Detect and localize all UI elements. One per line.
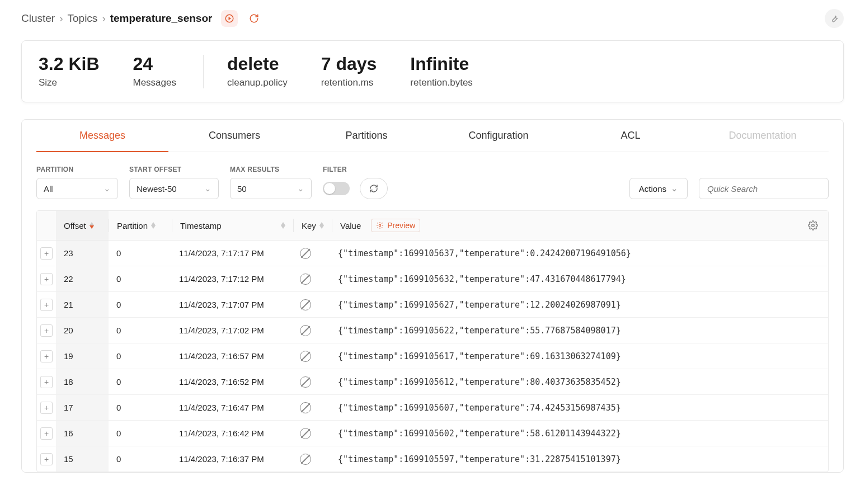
expand-row-button[interactable]: + [40,299,53,311]
page-settings-button[interactable] [825,9,844,28]
refresh-messages-button[interactable] [360,178,388,199]
cell-offset: 23 [56,241,109,266]
tab-messages[interactable]: Messages [36,120,168,152]
filter-toggle[interactable] [323,182,350,195]
expand-row-button[interactable]: + [40,453,53,465]
table-row: + 21 0 11/4/2023, 7:17:07 PM {"timestamp… [37,291,828,317]
cell-offset: 16 [56,421,109,446]
expand-row-button[interactable]: + [40,273,53,285]
stat-retention-ms: 7 days retention.ms [321,54,411,88]
null-icon [300,402,311,413]
expand-row-button[interactable]: + [40,402,53,414]
max-results-select[interactable]: 50 ⌄ [230,178,312,199]
header-label: Partition [117,221,148,230]
stat-retention-bytes: Infinite retention.bytes [410,54,506,88]
expand-row-button[interactable]: + [40,376,53,388]
chevron-right-icon: › [59,12,63,25]
expand-row-button[interactable]: + [40,247,53,260]
cell-value: {"timestamp":1699105597,"temperature":31… [330,446,798,472]
cell-offset: 15 [56,446,109,472]
quick-search-input[interactable] [707,184,820,194]
filter-toggle-label: FILTER [323,166,388,173]
table-row: + 23 0 11/4/2023, 7:17:17 PM {"timestamp… [37,240,828,266]
cell-value: {"timestamp":1699105637,"temperature":0.… [330,241,798,266]
stat-value: 7 days [321,54,377,74]
chevron-down-icon: ⌄ [297,183,304,194]
offset-column-header[interactable]: Offset [56,211,109,240]
table-row: + 17 0 11/4/2023, 7:16:47 PM {"timestamp… [37,394,828,420]
cell-value: {"timestamp":1699105622,"temperature":55… [330,318,798,343]
cell-timestamp: 11/4/2023, 7:16:42 PM [171,421,292,446]
tab-partitions[interactable]: Partitions [300,120,432,152]
breadcrumb-current: temperature_sensor [110,12,213,25]
table-settings-header[interactable] [798,211,828,240]
partition-column-header[interactable]: Partition [109,211,172,240]
cell-key [292,318,330,343]
timestamp-column-header[interactable]: Timestamp [172,211,293,240]
actions-label: Actions [639,184,666,194]
cell-offset: 19 [56,343,109,369]
stats-divider [203,55,204,88]
start-offset-select[interactable]: Newest-50 ⌄ [129,178,219,199]
stat-messages: 24 Messages [133,54,209,88]
cell-value: {"timestamp":1699105627,"temperature":12… [330,292,798,317]
key-column-header[interactable]: Key [294,211,332,240]
stat-cleanup-policy: delete cleanup.policy [227,54,321,88]
partition-select[interactable]: All ⌄ [36,178,118,199]
null-icon [300,454,311,465]
cell-actions [798,292,828,317]
wrench-icon [829,13,839,23]
stat-size: 3.2 KiB Size [39,54,133,88]
stat-value: 3.2 KiB [39,54,99,74]
cell-actions [798,318,828,343]
null-icon [300,248,311,259]
cell-key [292,369,330,394]
refresh-icon [249,13,259,23]
partition-filter-label: PARTITION [36,166,118,173]
expand-column-header [37,211,56,240]
messages-table: Offset Partition Timestamp [36,210,829,472]
stat-label: retention.bytes [410,77,473,88]
play-circle-icon [224,13,234,23]
cell-partition: 0 [109,343,171,369]
table-row: + 20 0 11/4/2023, 7:17:02 PM {"timestamp… [37,317,828,343]
cell-key [292,241,330,266]
tab-consumers[interactable]: Consumers [168,120,300,152]
table-row: + 16 0 11/4/2023, 7:16:42 PM {"timestamp… [37,420,828,446]
preview-button[interactable]: Preview [371,219,420,232]
refresh-button[interactable] [246,10,262,27]
cell-key [292,395,330,420]
cell-actions [798,395,828,420]
stat-value: 24 [133,54,176,74]
chevron-down-icon: ⌄ [104,183,111,194]
quick-search[interactable] [699,178,829,199]
tab-documentation: Documentation [697,120,829,152]
expand-row-button[interactable]: + [40,427,53,440]
cell-value: {"timestamp":1699105607,"temperature":74… [330,395,798,420]
cell-value: {"timestamp":1699105632,"temperature":47… [330,266,798,291]
cell-offset: 20 [56,318,109,343]
header-label: Value [340,221,361,230]
breadcrumb-root[interactable]: Cluster [21,12,55,25]
expand-row-button[interactable]: + [40,324,53,337]
tab-configuration[interactable]: Configuration [432,120,565,152]
null-icon [300,428,311,439]
cell-actions [798,241,828,266]
cell-actions [798,369,828,394]
produce-record-button[interactable] [221,10,238,27]
preview-label: Preview [387,221,415,230]
svg-point-1 [379,224,382,227]
start-offset-filter-label: START OFFSET [129,166,219,173]
table-row: + 18 0 11/4/2023, 7:16:52 PM {"timestamp… [37,369,828,394]
chevron-down-icon: ⌄ [204,183,211,194]
cell-key [292,421,330,446]
breadcrumb-section[interactable]: Topics [68,12,98,25]
stat-value: delete [227,54,288,74]
expand-row-button[interactable]: + [40,350,53,362]
stat-value: Infinite [410,54,473,74]
actions-dropdown[interactable]: Actions ⌄ [629,178,688,199]
stat-label: retention.ms [321,77,377,88]
cell-offset: 22 [56,266,109,291]
stat-label: Size [39,77,99,88]
tab-acl[interactable]: ACL [565,120,697,152]
